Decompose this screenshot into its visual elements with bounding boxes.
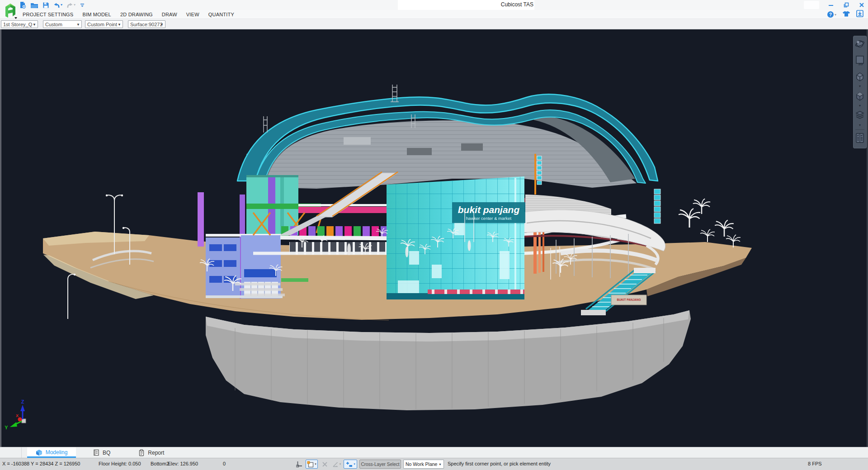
axis-z-label: Z [21, 399, 24, 404]
report-clipboard-icon [138, 449, 145, 456]
snap-settings-button[interactable]: ▾ [306, 460, 318, 469]
work-plane-select[interactable]: No Work Plane ▼ [403, 460, 444, 469]
skin-button[interactable] [842, 10, 850, 19]
work-plane-caret: ▼ [439, 463, 442, 466]
tab-modeling[interactable]: Modeling [27, 447, 76, 458]
combo-toolbar: 1st Storey_Q ▼ Custom ▼ Custom Point ▼ S… [0, 19, 868, 29]
angle-icon [332, 461, 339, 468]
customize-toolbar-button[interactable] [80, 2, 85, 8]
shaded-view-button[interactable] [854, 90, 865, 103]
undo-icon [53, 2, 60, 9]
layers-button[interactable] [854, 110, 865, 123]
menu-view[interactable]: VIEW [186, 12, 199, 17]
view-toolbar: 2D ▾ ▾ ▾ [853, 36, 867, 148]
element-type-select-caret: ▼ [76, 23, 80, 27]
minimize-button[interactable] [827, 1, 835, 9]
new-file-icon [19, 1, 26, 9]
menu-2d-drawing[interactable]: 2D DRAWING [120, 12, 153, 17]
titlebar-mini-field [804, 1, 819, 9]
element-display-button[interactable] [854, 133, 865, 145]
wireframe-view-caret[interactable]: ▾ [859, 85, 861, 88]
view-2d-button[interactable]: 2D [854, 55, 865, 67]
ortho-icon [296, 461, 303, 468]
view-2d-icon-label: 2D [859, 62, 863, 66]
tab-bq[interactable]: BQ [86, 447, 118, 458]
redo-dropdown-caret[interactable]: ▾ [74, 3, 75, 7]
minimize-icon [828, 2, 834, 8]
tab-modeling-label: Modeling [46, 449, 68, 456]
bim-model-scene: bukit panjang hawker center & market BUK… [0, 29, 868, 447]
open-folder-icon [30, 2, 38, 9]
new-file-button[interactable] [19, 1, 26, 9]
model-viewport[interactable]: bukit panjang hawker center & market BUK… [0, 29, 868, 447]
layers-icon [854, 110, 865, 121]
element-subtype-select-caret: ▼ [118, 23, 121, 27]
layers-caret[interactable]: ▾ [859, 123, 861, 127]
stair-sign: BUKIT PANJANG [611, 295, 646, 305]
tabbar-spacer [0, 447, 22, 458]
viewport-left-edge [0, 29, 1, 447]
wireframe-view-button[interactable] [854, 71, 865, 84]
bq-document-icon [93, 449, 99, 456]
point-snap-button[interactable]: ▾ [344, 460, 357, 469]
menu-bim-model[interactable]: BIM MODEL [82, 12, 111, 17]
close-icon [859, 2, 865, 8]
bottom-elev-readout: Bottom Elev: 126.950 [151, 461, 198, 466]
surface-select-value: Surface:90272 [130, 22, 163, 27]
update-download-button[interactable] [856, 10, 863, 19]
shaded-view-caret[interactable]: ▾ [859, 104, 861, 107]
element-subtype-select-value: Custom Point [87, 22, 117, 27]
restore-button[interactable] [843, 1, 850, 9]
undo-dropdown-caret[interactable]: ▾ [61, 3, 62, 7]
menu-draw[interactable]: DRAW [162, 12, 177, 17]
fps-readout: 8 FPS [808, 461, 822, 466]
redo-button[interactable]: ▾ [66, 2, 75, 9]
model-basement [206, 310, 691, 410]
orbit-icon [854, 38, 865, 49]
redo-icon [66, 2, 73, 9]
cross-snap-button[interactable] [320, 460, 329, 469]
orbit-view-button[interactable] [854, 38, 865, 51]
save-icon [42, 2, 49, 9]
snap-rectangle-icon [307, 461, 314, 468]
coordinates-readout: X = -160388 Y = 28434 Z = 126950 [2, 461, 80, 466]
storey-select[interactable]: 1st Storey_Q ▼ [1, 20, 38, 28]
axis-gizmo: Z Y X [5, 399, 26, 430]
point-snap-caret[interactable]: ▾ [354, 462, 355, 466]
help-button[interactable]: ? ▾ [827, 11, 836, 18]
ortho-toggle-button[interactable] [295, 460, 304, 469]
menubar: PROJECT SETTINGS BIM MODEL 2D DRAWING DR… [0, 10, 868, 19]
tab-report[interactable]: Report [131, 447, 171, 458]
snap-settings-caret[interactable]: ▾ [315, 462, 316, 466]
bottom-tabbar: Modeling BQ Report [0, 447, 868, 458]
open-file-button[interactable] [30, 2, 38, 9]
building-sign-subtitle: hawker center & market [466, 216, 512, 221]
command-prompt: Specify first corner point, or pick elem… [448, 461, 551, 466]
work-plane-value: No Work Plane [406, 461, 437, 467]
element-type-select-value: Custom [45, 22, 62, 27]
statusbar: X = -160388 Y = 28434 Z = 126950 Floor H… [0, 458, 868, 470]
undo-button[interactable]: ▾ [53, 2, 62, 9]
quick-access-toolbar: ▾ ▾ [19, 1, 85, 9]
menu-quantity[interactable]: QUANTITY [208, 12, 234, 17]
floor-height-readout: Floor Height: 0.050 [99, 461, 141, 466]
cross-layer-select-button[interactable]: Cross-Layer Select [359, 460, 401, 469]
model-glass-facade: bukit panjang hawker center & market [387, 176, 525, 299]
save-button[interactable] [42, 2, 49, 9]
customize-toolbar-icon [80, 2, 85, 8]
angle-snap-button[interactable]: ▾ [330, 460, 342, 469]
element-subtype-select[interactable]: Custom Point ▼ [85, 20, 123, 28]
element-type-select[interactable]: Custom ▼ [43, 20, 82, 28]
menu-project-settings[interactable]: PROJECT SETTINGS [23, 12, 73, 17]
surface-select[interactable]: Surface:90272 ▼ [128, 20, 165, 28]
angle-snap-caret[interactable]: ▾ [340, 462, 341, 466]
count-b: 0 [223, 461, 226, 466]
app-logo[interactable] [3, 1, 18, 19]
view-2d-icon: 2D [854, 55, 865, 66]
cross-icon [321, 461, 328, 468]
help-dropdown-caret[interactable]: ▾ [835, 13, 836, 17]
solid-cube-icon [854, 90, 865, 101]
close-button[interactable] [858, 1, 865, 9]
wireframe-cube-icon [854, 71, 865, 82]
point-snap-icon [345, 461, 353, 468]
